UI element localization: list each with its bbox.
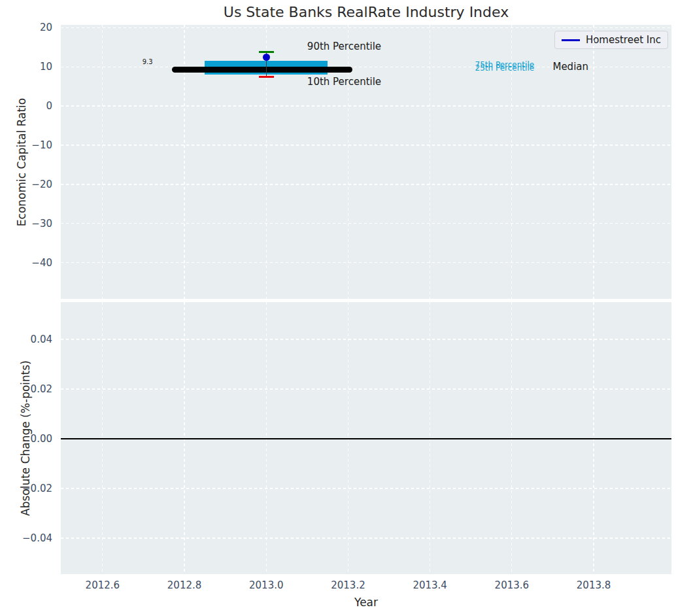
y-tick-label: 0 [13, 100, 52, 112]
figure: Us State Banks RealRate Industry Index E… [0, 0, 676, 616]
y-gridline [61, 105, 671, 106]
y-gridline [61, 538, 671, 538]
y-tick-label: −0.04 [13, 532, 52, 544]
x-tick-label: 2013.2 [322, 579, 374, 591]
p10-cap [259, 76, 274, 78]
annotation: 25th Percentile [475, 63, 535, 73]
legend-line-sample [562, 39, 580, 41]
y-gridline [61, 388, 671, 389]
p90-cap [259, 51, 274, 53]
y-tick-label: −30 [13, 218, 52, 230]
y-axis-label-top: Economic Capital Ratio [15, 98, 28, 226]
y-tick-label: 20 [13, 22, 52, 33]
median-line [172, 67, 352, 73]
x-axis-label: Year [61, 596, 671, 609]
y-tick-label: −20 [13, 179, 52, 190]
x-tick-label: 2013.8 [567, 579, 620, 591]
y-tick-label: −0.02 [13, 483, 52, 494]
y-tick-label: 0.04 [13, 334, 52, 345]
legend: Homestreet Inc [554, 31, 668, 49]
y-gridline [61, 184, 671, 184]
annotation: 90th Percentile [307, 41, 381, 52]
y-gridline [61, 488, 671, 488]
y-gridline [61, 262, 671, 263]
annotation: Median [552, 61, 588, 73]
y-tick-label: 10 [13, 61, 52, 73]
y-gridline [61, 339, 671, 339]
x-tick-label: 2013.0 [240, 579, 292, 591]
y-tick-label: 0.00 [13, 433, 52, 445]
y-gridline [61, 223, 671, 224]
x-tick-label: 2013.4 [404, 579, 456, 591]
y-gridline [61, 27, 671, 28]
y-gridline [61, 145, 671, 145]
x-tick-label: 2013.6 [486, 579, 538, 591]
x-tick-label: 2012.8 [158, 579, 211, 591]
chart-title: Us State Banks RealRate Industry Index [61, 4, 671, 20]
annotation: 10th Percentile [307, 76, 381, 88]
company-dot [263, 54, 270, 61]
x-tick-label: 2012.6 [76, 579, 129, 591]
legend-label: Homestreet Inc [586, 34, 661, 46]
y-tick-label: 0.02 [13, 383, 52, 395]
y-tick-label: −10 [13, 139, 52, 151]
zero-line [61, 438, 671, 439]
y-tick-label: −40 [13, 257, 52, 269]
annotation: 9.3 [143, 58, 153, 65]
